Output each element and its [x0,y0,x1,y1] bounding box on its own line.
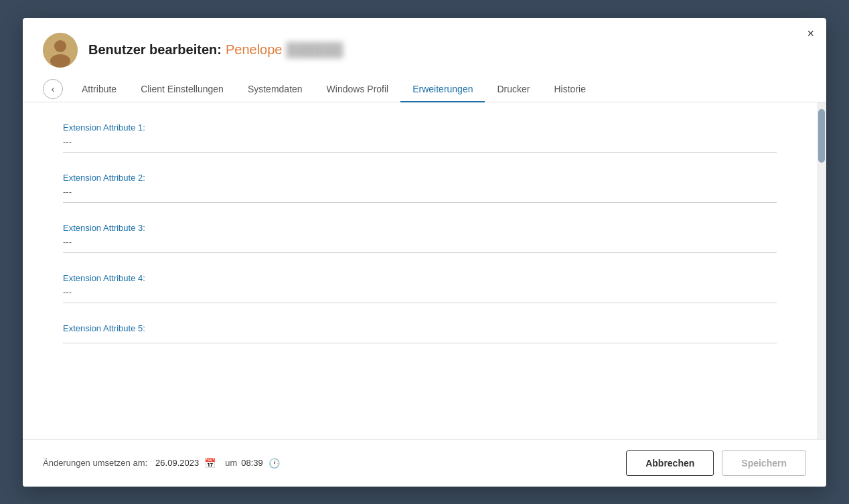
changes-label: Änderungen umsetzen am: [43,458,147,468]
tab-back-button[interactable]: ‹ [43,79,63,99]
modal-overlay: × Benutzer bearbeiten: Penelope ██████ [0,0,849,504]
ext-value-4: --- [63,287,777,303]
ext-value-1: --- [63,137,777,153]
modal-dialog: × Benutzer bearbeiten: Penelope ██████ [23,18,826,487]
ext-value-5 [63,337,777,343]
scrollbar-thumb[interactable] [818,109,825,163]
title-prefix: Benutzer bearbeiten: [88,42,222,58]
close-button[interactable]: × [807,27,814,39]
modal-body: Extension Attribute 1: --- Extension Att… [23,102,826,439]
modal-header: Benutzer bearbeiten: Penelope ██████ [23,18,826,68]
clock-icon[interactable]: 🕐 [268,458,280,469]
tab-attribute[interactable]: Attribute [70,77,129,102]
modal-footer: Änderungen umsetzen am: 26.09.2023 📅 um … [23,439,826,487]
ext-label-5: Extension Attribute 5: [63,323,777,333]
ext-label-3: Extension Attribute 3: [63,223,777,233]
tab-historie[interactable]: Historie [542,77,598,102]
ext-field-1: Extension Attribute 1: --- [63,122,777,153]
ext-value-3: --- [63,237,777,253]
time-value: 08:39 [241,458,263,468]
ext-field-5: Extension Attribute 5: [63,323,777,343]
ext-value-2: --- [63,187,777,203]
calendar-icon[interactable]: 📅 [204,458,216,469]
title-area: Benutzer bearbeiten: Penelope ██████ [88,42,343,58]
tab-windows-profil[interactable]: Windows Profil [315,77,401,102]
tabs-bar: ‹ Attribute Client Einstellungen Systemd… [23,77,826,102]
svg-point-2 [50,54,70,68]
content-area: Extension Attribute 1: --- Extension Att… [23,102,817,439]
avatar [43,33,78,68]
ext-label-1: Extension Attribute 1: [63,122,777,133]
user-avatar-icon [43,33,78,68]
ext-field-4: Extension Attribute 4: --- [63,273,777,303]
ext-field-2: Extension Attribute 2: --- [63,173,777,203]
tab-systemdaten[interactable]: Systemdaten [236,77,315,102]
ext-field-3: Extension Attribute 3: --- [63,223,777,253]
tab-drucker[interactable]: Drucker [485,77,542,102]
user-last-name: ██████ [286,42,343,58]
footer-left: Änderungen umsetzen am: 26.09.2023 📅 um … [43,458,626,469]
svg-point-1 [54,40,66,52]
ext-label-4: Extension Attribute 4: [63,273,777,283]
date-value: 26.09.2023 [155,458,199,468]
tab-client-einstellungen[interactable]: Client Einstellungen [129,77,236,102]
cancel-button[interactable]: Abbrechen [626,450,714,476]
user-first-name: Penelope [226,42,283,58]
tab-erweiterungen[interactable]: Erweiterungen [400,77,485,102]
save-button[interactable]: Speichern [722,450,806,476]
time-separator: um [225,458,237,468]
ext-label-2: Extension Attribute 2: [63,173,777,183]
scrollbar-track[interactable] [817,102,826,439]
footer-right: Abbrechen Speichern [626,450,806,476]
